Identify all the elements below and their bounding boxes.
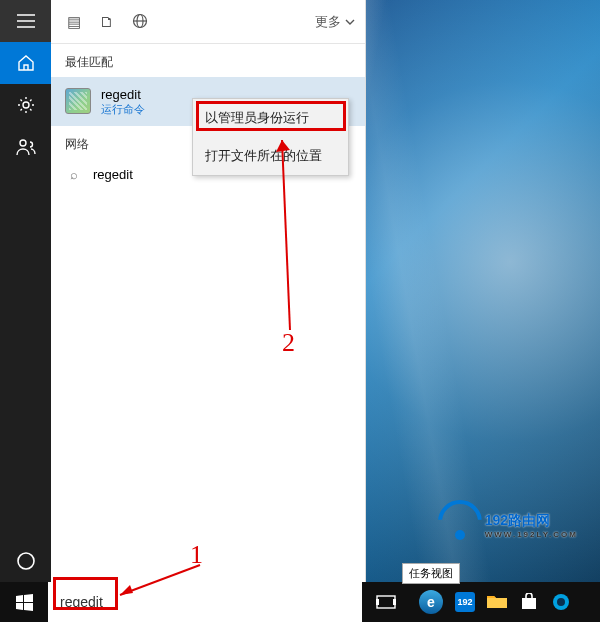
svg-rect-11 xyxy=(393,599,396,605)
sidebar-people[interactable] xyxy=(0,126,51,168)
taskview-button[interactable] xyxy=(362,582,410,622)
sidebar-home[interactable] xyxy=(0,42,51,84)
gear-icon xyxy=(17,96,35,114)
watermark: 192路由网 WWW.192LY.COM xyxy=(441,510,578,540)
taskbar-pinned-apps: e 192 xyxy=(414,582,576,622)
result-name: regedit xyxy=(101,87,145,103)
svg-rect-12 xyxy=(522,598,536,609)
windows-icon xyxy=(16,594,33,611)
taskbar-store[interactable] xyxy=(514,582,544,622)
documents-filter-icon[interactable]: 🗋 xyxy=(99,13,114,31)
annotation-label-1: 1 xyxy=(190,540,203,570)
taskbar-app-circle[interactable] xyxy=(546,582,576,622)
best-match-section-label: 最佳匹配 xyxy=(51,44,365,77)
taskbar: regedit e 192 xyxy=(0,582,600,622)
svg-point-2 xyxy=(18,553,34,569)
sidebar-cortana[interactable] xyxy=(0,540,51,582)
regedit-icon xyxy=(65,88,91,114)
apps-filter-icon[interactable]: ▤ xyxy=(67,13,81,31)
chevron-down-icon xyxy=(345,19,355,25)
more-filters-dropdown[interactable]: 更多 xyxy=(315,13,355,31)
taskbar-app-badge[interactable]: 192 xyxy=(450,582,480,622)
start-button[interactable] xyxy=(0,582,48,622)
annotation-label-2: 2 xyxy=(282,328,295,358)
folder-icon xyxy=(487,594,507,610)
taskbar-search-input[interactable]: regedit xyxy=(48,582,362,622)
badge-icon: 192 xyxy=(455,592,475,612)
home-icon xyxy=(17,54,35,72)
watermark-wifi-icon xyxy=(441,510,479,540)
sidebar-settings[interactable] xyxy=(0,84,51,126)
result-name: regedit xyxy=(93,167,133,182)
cortana-icon xyxy=(16,551,36,571)
ctx-open-file-location[interactable]: 打开文件所在的位置 xyxy=(193,137,348,175)
search-filter-row: ▤ 🗋 更多 xyxy=(51,0,365,44)
svg-point-0 xyxy=(23,102,29,108)
search-results-panel: ▤ 🗋 更多 最佳匹配 regedit 运行命令 网络 ⌕ regedit xyxy=(51,0,366,582)
taskbar-edge[interactable]: e xyxy=(414,582,448,622)
person-icon xyxy=(16,138,36,156)
taskbar-explorer[interactable] xyxy=(482,582,512,622)
store-icon xyxy=(520,593,538,611)
search-icon: ⌕ xyxy=(65,167,83,182)
hamburger-menu[interactable] xyxy=(0,0,51,42)
taskview-icon xyxy=(376,595,396,609)
result-subtitle: 运行命令 xyxy=(101,103,145,116)
edge-icon: e xyxy=(419,590,443,614)
search-input-value: regedit xyxy=(60,594,103,610)
watermark-text: 192路由网 WWW.192LY.COM xyxy=(485,512,578,539)
menu-icon xyxy=(17,14,35,28)
web-filter-icon[interactable] xyxy=(132,13,148,31)
svg-point-14 xyxy=(557,598,565,606)
svg-point-1 xyxy=(20,140,26,146)
more-label: 更多 xyxy=(315,13,341,31)
circle-icon xyxy=(551,592,571,612)
ctx-run-as-admin[interactable]: 以管理员身份运行 xyxy=(193,99,348,137)
context-menu: 以管理员身份运行 打开文件所在的位置 xyxy=(192,98,349,176)
svg-rect-9 xyxy=(377,596,395,608)
start-sidebar xyxy=(0,0,51,582)
svg-rect-10 xyxy=(376,599,379,605)
taskview-tooltip: 任务视图 xyxy=(402,563,460,584)
